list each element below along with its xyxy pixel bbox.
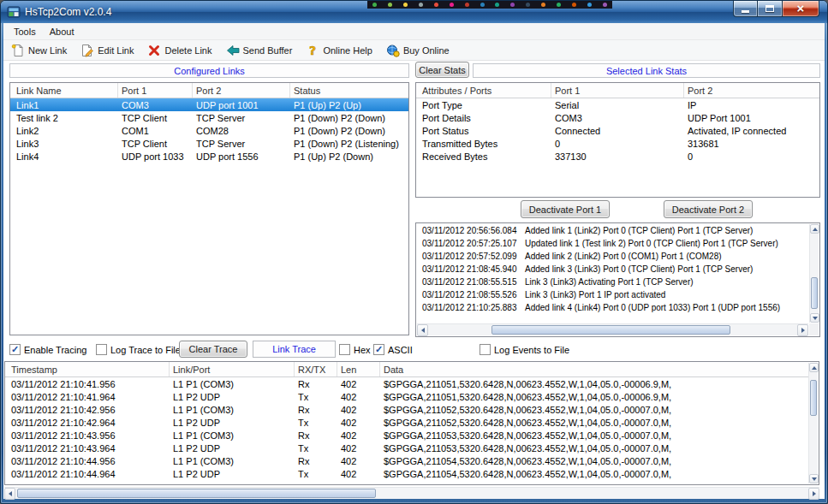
event-log-entry[interactable]: 03/11/2012 20:57:52.099 Added link 2 (Li… bbox=[417, 250, 809, 263]
log-events-to-file-checkbox[interactable]: Log Events to File bbox=[480, 344, 569, 355]
trace-name-box: Link Trace bbox=[253, 341, 336, 358]
maximize-button[interactable] bbox=[758, 1, 782, 17]
hex-label: Hex bbox=[354, 345, 371, 355]
event-log-vscroll-thumb[interactable] bbox=[811, 277, 818, 309]
stats-port2-cell: 0 bbox=[684, 150, 819, 163]
trace-vscroll-thumb[interactable] bbox=[810, 380, 817, 416]
link-row[interactable]: Link4 UDP port 1033 UDP port 1556 P1 (Up… bbox=[10, 150, 408, 163]
stats-row[interactable]: Transmitted Bytes 0 313681 bbox=[416, 137, 819, 150]
trace-row[interactable]: 03/11/2012 21:10:43.964 L1 P2 UDP Tx 402… bbox=[5, 442, 819, 454]
scroll-down-icon[interactable] bbox=[810, 313, 819, 323]
column-stats-port1[interactable]: Port 1 bbox=[551, 83, 684, 98]
link-name-cell: Link3 bbox=[10, 137, 118, 150]
column-len[interactable]: Len bbox=[337, 362, 380, 377]
link-name-cell: Link2 bbox=[10, 124, 118, 137]
event-log-entry[interactable]: 03/11/2012 21:08:55.526 Link 3 (Link3) P… bbox=[417, 288, 809, 301]
event-log-horizontal-scrollbar[interactable] bbox=[417, 323, 808, 335]
enable-tracing-checkbox[interactable]: Enable Tracing bbox=[9, 344, 86, 355]
menu-tools[interactable]: Tools bbox=[7, 25, 43, 39]
configured-links-header: Configured Links bbox=[9, 63, 409, 78]
event-log-entry[interactable]: 03/11/2012 20:56:56.084 Added link 1 (Li… bbox=[417, 224, 809, 237]
menu-about[interactable]: About bbox=[43, 25, 81, 39]
link-row[interactable]: Test link 2 TCP Client TCP Server P1 (Do… bbox=[10, 111, 408, 124]
scroll-left-icon[interactable] bbox=[4, 488, 15, 500]
column-data[interactable]: Data bbox=[380, 362, 808, 377]
event-log-entry[interactable]: 03/11/2012 21:10:25.883 Added link 4 (Li… bbox=[417, 301, 809, 314]
trace-timestamp-cell: 03/11/2012 21:10:42.956 bbox=[5, 403, 170, 416]
event-log-rows: 03/11/2012 20:56:56.084 Added link 1 (Li… bbox=[417, 224, 809, 323]
delete-link-icon bbox=[147, 44, 161, 57]
trace-rxtx-cell: Tx bbox=[295, 416, 337, 429]
buy-online-button[interactable]: Buy Online bbox=[382, 42, 454, 59]
stats-row[interactable]: Port Details COM3 UDP Port 1001 bbox=[416, 111, 819, 124]
trace-row[interactable]: 03/11/2012 21:10:43.956 L1 P1 (COM3) Rx … bbox=[5, 429, 819, 442]
stats-row[interactable]: Port Type Serial IP bbox=[416, 98, 819, 111]
event-log-entry[interactable]: 03/11/2012 21:08:45.940 Added link 3 (Li… bbox=[417, 263, 809, 276]
link-row[interactable]: Link2 COM1 COM28 P1 (Down) P2 (Down) bbox=[10, 124, 408, 137]
column-status[interactable]: Status bbox=[290, 83, 408, 98]
configured-links-title: Configured Links bbox=[174, 66, 245, 76]
clear-trace-button[interactable]: Clear Trace bbox=[179, 341, 247, 358]
trace-row[interactable]: 03/11/2012 21:10:44.964 L1 P2 UDP Tx 402… bbox=[5, 467, 819, 480]
column-link-port[interactable]: Link/Port bbox=[170, 362, 295, 377]
edit-link-button[interactable]: Edit Link bbox=[76, 42, 138, 59]
deactivate-port2-button[interactable]: Deactivate Port 2 bbox=[664, 200, 753, 218]
log-trace-to-file-checkbox[interactable]: Log Trace to File bbox=[96, 344, 181, 355]
online-help-button[interactable]: ? Online Help bbox=[301, 42, 376, 59]
trace-table-body: 03/11/2012 21:10:41.956 L1 P1 (COM3) Rx … bbox=[5, 377, 819, 480]
trace-row[interactable]: 03/11/2012 21:10:42.956 L1 P1 (COM3) Rx … bbox=[5, 403, 819, 416]
trace-vertical-scrollbar[interactable] bbox=[808, 363, 818, 483]
link-row[interactable]: Link1 COM3 UDP port 1001 P1 (Up) P2 (Up) bbox=[10, 98, 408, 111]
event-log-vertical-scrollbar[interactable] bbox=[809, 224, 819, 323]
trace-timestamp-cell: 03/11/2012 21:10:41.964 bbox=[5, 390, 170, 403]
scroll-up-icon[interactable] bbox=[810, 224, 819, 234]
column-rx-tx[interactable]: RX/TX bbox=[295, 362, 337, 377]
trace-row[interactable]: 03/11/2012 21:10:44.956 L1 P1 (COM3) Rx … bbox=[5, 454, 819, 467]
scroll-down-icon[interactable] bbox=[809, 474, 819, 483]
stats-row[interactable]: Port Status Connected Activated, IP conn… bbox=[416, 124, 819, 137]
trace-row[interactable]: 03/11/2012 21:10:41.956 L1 P1 (COM3) Rx … bbox=[5, 377, 819, 390]
scroll-up-icon[interactable] bbox=[809, 363, 819, 372]
bottom-horizontal-scrollbar[interactable] bbox=[4, 487, 819, 499]
link-row[interactable]: Link3 TCP Client TCP Server P1 (Down) P2… bbox=[10, 137, 408, 150]
clear-stats-button[interactable]: Clear Stats bbox=[415, 62, 469, 78]
column-port1[interactable]: Port 1 bbox=[118, 83, 193, 98]
trace-link-port-cell: L1 P2 UDP bbox=[170, 467, 295, 480]
column-stats-port2[interactable]: Port 2 bbox=[684, 83, 819, 98]
column-link-name[interactable]: Link Name bbox=[10, 83, 118, 98]
toolbar: New Link Edit Link Delete Link Send Buff… bbox=[3, 40, 825, 61]
event-text-cell: Added link 1 (Link2) Port 0 (TCP Client)… bbox=[521, 224, 809, 237]
scrollbar-corner bbox=[809, 323, 819, 335]
trace-row[interactable]: 03/11/2012 21:10:41.964 L1 P2 UDP Tx 402… bbox=[5, 390, 819, 403]
column-port2[interactable]: Port 2 bbox=[193, 83, 290, 98]
event-log-entry[interactable]: 03/11/2012 20:57:25.107 Updated link 1 (… bbox=[417, 237, 809, 250]
delete-link-button[interactable]: Delete Link bbox=[143, 42, 216, 59]
column-timestamp[interactable]: Timestamp bbox=[5, 362, 170, 377]
send-buffer-icon bbox=[226, 44, 240, 57]
ascii-checkbox[interactable]: ASCII bbox=[373, 344, 413, 355]
scroll-right-icon[interactable] bbox=[797, 324, 808, 336]
scroll-right-icon[interactable] bbox=[808, 488, 819, 500]
deactivate-port1-button[interactable]: Deactivate Port 1 bbox=[521, 200, 610, 218]
stats-port2-cell: UDP Port 1001 bbox=[684, 111, 819, 124]
titlebar[interactable]: HsTcp2Com v2.0.4 bbox=[1, 1, 827, 23]
event-time-cell: 03/11/2012 21:10:25.883 bbox=[417, 301, 521, 314]
column-attributes-ports[interactable]: Attributes / Ports bbox=[416, 83, 551, 98]
configured-links-table: Link Name Port 1 Port 2 Status Link1 COM… bbox=[9, 82, 409, 335]
edit-link-label: Edit Link bbox=[98, 45, 134, 56]
event-log-entry[interactable]: 03/11/2012 21:08:55.515 Link 3 (Link3) A… bbox=[417, 276, 809, 288]
menubar: Tools About bbox=[3, 23, 825, 40]
scroll-left-icon[interactable] bbox=[417, 324, 428, 336]
workarea: Configured Links Link Name Port 1 Port 2… bbox=[3, 62, 825, 499]
trace-row[interactable]: 03/11/2012 21:10:42.964 L1 P2 UDP Tx 402… bbox=[5, 416, 819, 429]
new-link-button[interactable]: New Link bbox=[7, 42, 71, 59]
log-events-to-file-label: Log Events to File bbox=[494, 345, 569, 355]
checkbox-box bbox=[96, 344, 107, 355]
close-button[interactable] bbox=[782, 1, 819, 17]
bottom-hscroll-thumb[interactable] bbox=[17, 489, 376, 498]
send-buffer-button[interactable]: Send Buffer bbox=[222, 42, 297, 59]
hex-checkbox[interactable]: Hex bbox=[339, 344, 371, 355]
stats-row[interactable]: Received Bytes 337130 0 bbox=[416, 150, 819, 163]
event-log-hscroll-thumb[interactable] bbox=[491, 325, 730, 335]
minimize-button[interactable] bbox=[733, 1, 758, 17]
